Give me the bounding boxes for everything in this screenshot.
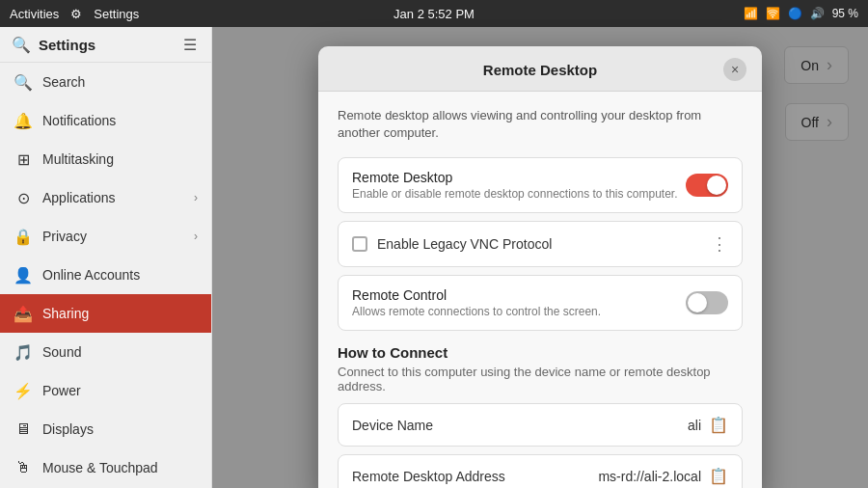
device-name-value-group: ali 📋 [688,416,728,434]
remote-desktop-desc: Enable or disable remote desktop connect… [352,187,678,201]
sidebar-header: 🔍 Settings ☰ [0,27,211,63]
sidebar-item-label: Sharing [42,306,89,321]
dialog-close-button[interactable]: × [723,58,746,81]
sharing-icon: 📤 [14,304,33,323]
vnc-checkbox[interactable] [352,236,367,252]
sidebar-title: Settings [39,37,173,53]
topbar: Activities ⚙ Settings Jan 2 5:52 PM 📶 🛜 … [0,0,868,27]
device-name-copy-icon[interactable]: 📋 [709,416,728,434]
network-icon: 📶 [744,7,758,20]
sidebar-menu-icon[interactable]: ☰ [180,35,200,54]
sidebar-item-sharing[interactable]: 📤 Sharing [0,294,211,333]
privacy-icon: 🔒 [14,227,33,246]
remote-address-row: Remote Desktop Address ms-rd://ali-2.loc… [338,454,743,488]
applications-icon: ⊙ [14,188,33,207]
remote-address-copy-icon[interactable]: 📋 [709,467,728,485]
wifi-icon: 🛜 [766,7,780,20]
sidebar-item-label: Applications [42,190,116,205]
dialog-description: Remote desktop allows viewing and contro… [338,107,743,142]
displays-icon: 🖥 [14,420,33,439]
remote-control-title: Remote Control [352,287,601,303]
vnc-left: Enable Legacy VNC Protocol [352,236,552,252]
online-accounts-icon: 👤 [14,265,33,285]
topbar-left: Activities ⚙ Settings [10,7,139,21]
dialog-title: Remote Desktop [357,62,723,78]
device-name-row: Device Name ali 📋 [338,403,743,447]
sidebar-item-label: Multitasking [42,151,114,167]
vnc-more-icon[interactable]: ⋮ [711,233,728,255]
main-layout: 🔍 Settings ☰ 🔍 Search 🔔 Notifications ⊞ … [0,27,868,488]
how-to-connect-heading: How to Connect [338,344,743,361]
remote-control-desc: Allows remote connections to control the… [352,305,601,318]
sound-icon: 🔊 [810,7,825,20]
device-name-label: Device Name [352,418,433,433]
remote-desktop-row: Remote Desktop Enable or disable remote … [338,157,743,213]
sidebar-search-icon[interactable]: 🔍 [12,35,31,54]
remote-control-row: Remote Control Allows remote connections… [338,275,743,331]
battery-icon: 95 % [832,7,858,20]
vnc-label: Enable Legacy VNC Protocol [377,236,552,252]
sidebar-item-label: Sound [42,344,81,360]
sidebar-item-privacy[interactable]: 🔒 Privacy › [0,217,211,256]
vnc-row: Enable Legacy VNC Protocol ⋮ [338,221,743,267]
dialog-titlebar: Remote Desktop × [318,46,762,92]
chevron-right-icon: › [194,191,198,204]
remote-control-toggle[interactable] [686,291,728,314]
sidebar-item-power[interactable]: ⚡ Power [0,371,211,410]
multitasking-icon: ⊞ [14,149,33,169]
topbar-right: 📶 🛜 🔵 🔊 95 % [744,7,858,20]
sidebar-item-online-accounts[interactable]: 👤 Online Accounts [0,256,211,294]
remote-address-label: Remote Desktop Address [352,469,505,484]
settings-label[interactable]: Settings [94,7,139,21]
how-to-connect-sub: Connect to this computer using the devic… [338,365,743,393]
sidebar-item-label: Privacy [42,229,87,244]
settings-app-label: ⚙ [70,7,82,21]
chevron-right-icon: › [194,230,198,243]
remote-desktop-title: Remote Desktop [352,170,678,185]
sidebar: 🔍 Settings ☰ 🔍 Search 🔔 Notifications ⊞ … [0,27,212,488]
device-name-value: ali [688,418,701,433]
remote-address-value: ms-rd://ali-2.local [598,469,701,484]
activities-button[interactable]: Activities [10,7,59,21]
sidebar-item-label: Online Accounts [42,267,140,283]
sidebar-item-label: Displays [42,421,94,437]
remote-desktop-info: Remote Desktop Enable or disable remote … [352,170,678,201]
remote-control-info: Remote Control Allows remote connections… [352,287,601,318]
power-icon: ⚡ [14,381,33,400]
sidebar-item-search[interactable]: 🔍 Search [0,63,211,101]
sidebar-item-displays[interactable]: 🖥 Displays [0,410,211,448]
sidebar-item-applications[interactable]: ⊙ Applications › [0,178,211,217]
sidebar-item-label: Search [42,74,85,90]
search-icon: 🔍 [14,72,33,92]
bluetooth-icon: 🔵 [788,7,802,20]
remote-address-value-group: ms-rd://ali-2.local 📋 [598,467,728,485]
sidebar-item-notifications[interactable]: 🔔 Notifications [0,101,211,140]
sidebar-item-label: Power [42,383,81,398]
dialog-body: Remote desktop allows viewing and contro… [318,92,762,488]
sidebar-item-label: Mouse & Touchpad [42,460,158,475]
content-area: On › Off › Remote Desktop × [212,27,868,488]
sidebar-item-sound[interactable]: 🎵 Sound [0,333,211,371]
sidebar-item-multitasking[interactable]: ⊞ Multitasking [0,140,211,178]
notifications-icon: 🔔 [14,111,33,130]
remote-desktop-dialog: Remote Desktop × Remote desktop allows v… [318,46,762,488]
mouse-icon: 🖱 [14,458,33,477]
remote-desktop-toggle[interactable] [686,174,728,197]
topbar-datetime: Jan 2 5:52 PM [393,7,475,21]
sound-sidebar-icon: 🎵 [14,342,33,362]
sidebar-item-label: Notifications [42,113,116,128]
sidebar-item-mouse-touchpad[interactable]: 🖱 Mouse & Touchpad [0,448,211,487]
dialog-overlay: Remote Desktop × Remote desktop allows v… [212,27,868,488]
